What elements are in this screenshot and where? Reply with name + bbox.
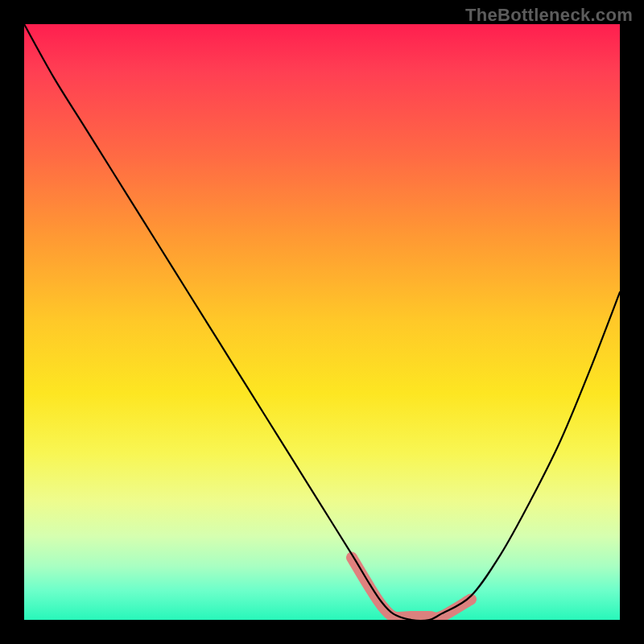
curve-layer: [24, 24, 620, 620]
bottleneck-curve: [24, 24, 620, 620]
plot-area: [24, 24, 620, 620]
chart-frame: TheBottleneck.com: [0, 0, 644, 644]
watermark-text: TheBottleneck.com: [465, 5, 633, 26]
